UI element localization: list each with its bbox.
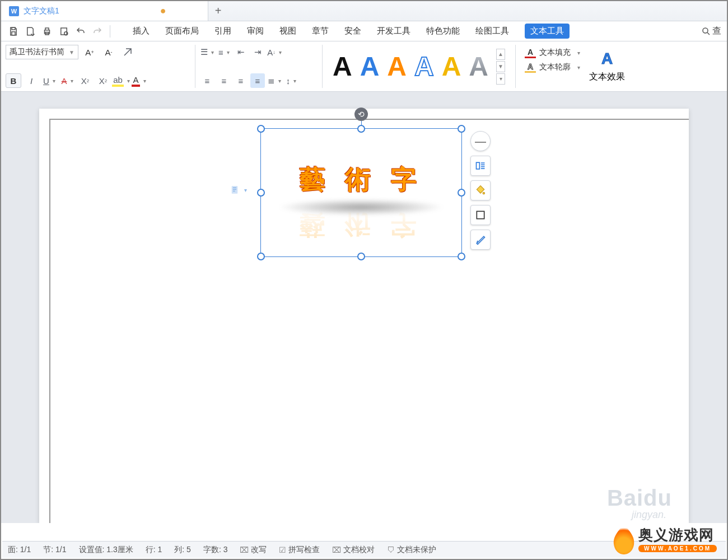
resize-handle-tl[interactable]	[257, 125, 265, 133]
save-icon[interactable]	[7, 25, 20, 38]
svg-rect-12	[477, 162, 480, 169]
brand-overlay: 奥义游戏网 WWW.AOE1.COM	[613, 523, 717, 554]
text-fill-button[interactable]: A 文本填充▾	[525, 47, 580, 58]
fill-button[interactable]	[470, 180, 491, 200]
anchor-icon[interactable]: ▾	[230, 184, 247, 195]
superscript-button[interactable]: X2	[77, 73, 93, 88]
text-outline-label: 文本轮廓	[539, 62, 571, 72]
undo-icon[interactable]	[74, 25, 87, 38]
status-section[interactable]: 节: 1/1	[43, 545, 66, 555]
svg-rect-4	[61, 28, 67, 35]
svg-point-17	[483, 192, 484, 194]
watermark-sub: jingyan.	[632, 509, 666, 521]
shrink-font-icon[interactable]: A-	[101, 45, 116, 59]
menu-review[interactable]: 审阅	[247, 26, 264, 36]
style-preset-2[interactable]: A	[360, 53, 380, 80]
menu-special[interactable]: 特色功能	[426, 26, 460, 36]
line-spacing-button[interactable]: ↕▾	[284, 73, 298, 88]
menu-security[interactable]: 安全	[344, 26, 361, 36]
numbering-button[interactable]: ≡▾	[217, 45, 231, 59]
collapse-panel-button[interactable]: —	[470, 131, 491, 151]
status-proof[interactable]: ⌧文档校对	[332, 545, 375, 555]
ribbon: 禹卫书法行书简 ▼ A+ A- B I U▾ A▾ X2 X2 ab▾ A▾ ☰…	[1, 41, 727, 92]
style-preset-4[interactable]: A	[414, 53, 434, 80]
save-as-icon[interactable]	[24, 25, 37, 38]
page-anchor-icon	[230, 184, 240, 195]
status-overwrite[interactable]: ⌧改写	[240, 545, 267, 555]
style-preset-6[interactable]: A	[469, 53, 488, 80]
wordart-object[interactable]: ⟲ 藝 術 字 藝 術 字	[260, 128, 462, 257]
subscript-button[interactable]: X2	[95, 73, 111, 88]
svg-line-7	[707, 32, 710, 35]
preview-icon[interactable]	[57, 25, 71, 38]
search-button[interactable]: 查	[701, 25, 721, 37]
align-justify-button[interactable]: ≡	[250, 73, 265, 88]
menu-text-tools[interactable]: 文本工具	[525, 24, 570, 39]
print-icon[interactable]	[40, 25, 54, 38]
status-chars[interactable]: 字数: 3	[203, 545, 228, 555]
status-page[interactable]: 面: 1/1	[8, 545, 31, 555]
svg-rect-11	[233, 191, 235, 192]
align-center-button[interactable]: ≡	[217, 73, 231, 88]
align-left-button[interactable]: ≡	[200, 73, 214, 88]
resize-handle-bl[interactable]	[257, 253, 265, 260]
brand-cn: 奥义游戏网	[638, 525, 714, 545]
status-protect[interactable]: ⛉文档未保护	[387, 545, 436, 555]
text-tools-group: A 文本填充▾ A 文本轮廓▾	[520, 45, 580, 88]
style-preset-1[interactable]: A	[333, 53, 352, 80]
resize-handle-br[interactable]	[458, 253, 465, 260]
menu-references[interactable]: 引用	[214, 26, 231, 36]
rotate-handle-icon[interactable]: ⟲	[354, 108, 368, 121]
gallery-more-button[interactable]: ▾	[496, 73, 505, 85]
font-name-value: 禹卫书法行书简	[10, 47, 64, 57]
italic-button[interactable]: I	[24, 73, 39, 88]
bullets-button[interactable]: ☰▾	[200, 45, 214, 59]
svg-rect-9	[233, 188, 236, 189]
brand-en: WWW.AOE1.COM	[638, 545, 717, 552]
menu-page-layout[interactable]: 页面布局	[165, 26, 199, 36]
resize-handle-tr[interactable]	[458, 125, 465, 133]
text-effects-label[interactable]: 文本效果	[589, 71, 625, 83]
status-line[interactable]: 行: 1	[146, 545, 162, 555]
style-preset-5[interactable]: A	[442, 53, 461, 80]
wordart-reflection: 藝 術 字	[261, 207, 461, 242]
status-col[interactable]: 列: 5	[174, 545, 191, 555]
font-color-button[interactable]: A▾	[131, 73, 147, 88]
bold-button[interactable]: B	[6, 73, 21, 88]
menu-view[interactable]: 视图	[279, 26, 296, 36]
status-spellcheck[interactable]: ☑拼写检查	[279, 545, 320, 555]
page[interactable]: ▾ ⟲ 藝 術 字 藝 術 字 — Baidu jingyan.	[39, 109, 689, 523]
decrease-indent-button[interactable]: ⇤	[234, 45, 248, 59]
strikethrough-button[interactable]: A▾	[59, 73, 75, 88]
document-area: ▾ ⟲ 藝 術 字 藝 術 字 — Baidu jingyan.	[1, 92, 727, 523]
text-outline-button[interactable]: A 文本轮廓▾	[525, 62, 580, 73]
wordart-text[interactable]: 藝 術 字	[261, 162, 461, 197]
status-setvalue[interactable]: 设置值: 1.3厘米	[79, 545, 133, 555]
menu-drawing-tools[interactable]: 绘图工具	[475, 26, 509, 36]
sort-button[interactable]: A↓▾	[267, 45, 282, 59]
align-right-button[interactable]: ≡	[234, 73, 248, 88]
resize-handle-t[interactable]	[357, 125, 365, 133]
underline-button[interactable]: U▾	[41, 73, 57, 88]
menu-chapter[interactable]: 章节	[312, 26, 329, 36]
menu-insert[interactable]: 插入	[133, 26, 150, 36]
redo-icon[interactable]	[91, 25, 104, 38]
increase-indent-button[interactable]: ⇥	[250, 45, 265, 59]
font-name-select[interactable]: 禹卫书法行书简 ▼	[6, 45, 78, 59]
format-painter-button[interactable]	[470, 230, 491, 250]
layout-options-button[interactable]	[470, 156, 491, 176]
resize-handle-b[interactable]	[357, 253, 365, 260]
gallery-up-button[interactable]: ▲	[496, 49, 505, 60]
highlight-button[interactable]: ab▾	[113, 73, 129, 88]
style-preset-3[interactable]: A	[387, 53, 407, 80]
outline-button[interactable]	[470, 205, 491, 225]
separator	[110, 25, 110, 38]
new-tab-button[interactable]: +	[208, 4, 228, 17]
shield-icon: ⛉	[387, 545, 395, 554]
grow-font-icon[interactable]: A+	[82, 45, 97, 59]
document-tab[interactable]: W 文字文稿1 ●	[1, 1, 208, 21]
clear-format-icon[interactable]	[120, 45, 136, 59]
gallery-down-button[interactable]: ▼	[496, 61, 505, 72]
distribute-button[interactable]: ≣▾	[267, 73, 282, 88]
menu-dev-tools[interactable]: 开发工具	[377, 26, 410, 36]
